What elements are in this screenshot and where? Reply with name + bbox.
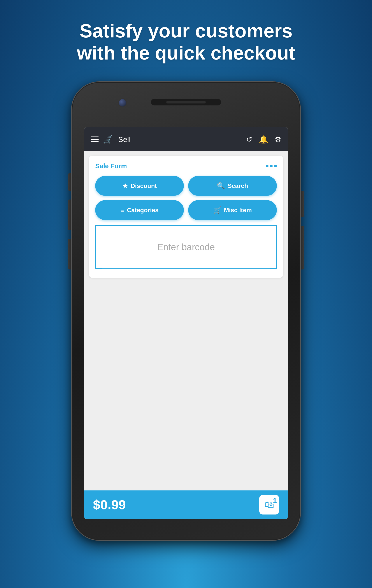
toolbar-right: ↺ 🔔 ⚙ [246, 135, 281, 144]
misc-item-label: Misc Item [224, 207, 252, 214]
barcode-container: Enter barcode [95, 225, 277, 269]
sale-form-header: Sale Form [95, 162, 277, 170]
settings-button[interactable]: ⚙ [275, 135, 281, 144]
search-label: Search [228, 182, 248, 189]
misc-item-button[interactable]: 🛒 Misc Item [188, 200, 277, 220]
volume-button-right [301, 226, 304, 270]
phone-body: 🛒 Sell ↺ 🔔 ⚙ Sale Form [71, 81, 301, 541]
more-options-button[interactable] [266, 165, 277, 167]
sale-form-title: Sale Form [95, 162, 127, 170]
phone-mockup: 🛒 Sell ↺ 🔔 ⚙ Sale Form [71, 81, 301, 541]
corner-bracket-tr [270, 225, 277, 232]
app-toolbar: 🛒 Sell ↺ 🔔 ⚙ [84, 127, 288, 151]
cart-item-count: 1 [273, 497, 277, 505]
app-title: Sell [118, 135, 131, 144]
phone-screen: 🛒 Sell ↺ 🔔 ⚙ Sale Form [84, 127, 288, 519]
corner-bracket-br [270, 262, 277, 269]
volume-up-button [68, 200, 71, 230]
page-headline: Satisfy your customers with the quick ch… [77, 20, 295, 64]
camera [118, 98, 127, 107]
misc-cart-icon: 🛒 [213, 206, 221, 214]
action-buttons-grid: ★ Discount 🔍 Search ≡ Categories � [95, 176, 277, 220]
categories-button[interactable]: ≡ Categories [95, 200, 184, 220]
cart-badge-icon: 🛍 [264, 499, 274, 510]
corner-bracket-tl [95, 225, 102, 232]
discount-button[interactable]: ★ Discount [95, 176, 184, 196]
barcode-input-area[interactable]: Enter barcode [95, 225, 277, 269]
list-icon: ≡ [120, 207, 124, 214]
speaker-bar [151, 99, 221, 105]
mute-button [68, 173, 71, 191]
corner-bracket-bl [95, 262, 102, 269]
cart-badge[interactable]: 🛍 1 [259, 495, 279, 514]
star-icon: ★ [122, 182, 128, 190]
search-button[interactable]: 🔍 Search [188, 176, 277, 196]
categories-label: Categories [127, 207, 159, 214]
notification-button[interactable]: 🔔 [259, 135, 268, 144]
app-content: Sale Form ★ Discount [84, 151, 288, 490]
refresh-button[interactable]: ↺ [246, 135, 252, 144]
toolbar-left: 🛒 Sell [91, 135, 131, 144]
total-price: $0.99 [93, 497, 126, 512]
discount-label: Discount [131, 182, 157, 189]
cart-icon: 🛒 [103, 135, 113, 144]
app-bottom-bar: $0.99 🛍 1 [84, 490, 288, 519]
barcode-placeholder-text: Enter barcode [157, 242, 215, 252]
search-icon: 🔍 [217, 182, 225, 190]
volume-down-button [68, 239, 71, 270]
hamburger-menu-button[interactable] [91, 136, 99, 142]
power-button [301, 191, 304, 217]
sale-form-card: Sale Form ★ Discount [89, 156, 283, 278]
speaker-grille [166, 101, 206, 104]
